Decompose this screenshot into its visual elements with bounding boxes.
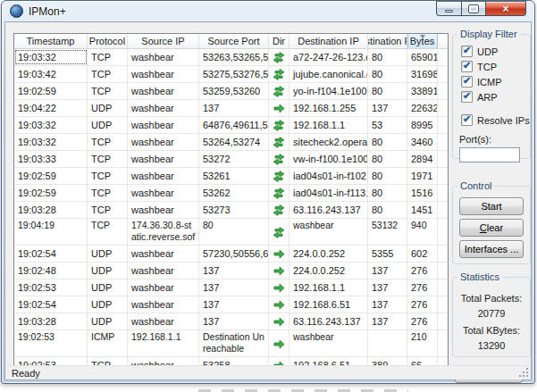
cell-dport[interactable]: 53 [368,117,407,133]
table-row[interactable]: 19:03:33TCPwashbear53272vw-in-f100.1e100… [14,151,448,168]
cell-ts[interactable]: 19:02:59 [14,185,88,201]
dir-outbound-icon[interactable] [269,263,289,279]
cell-dport[interactable]: 80 [368,185,407,201]
cell-src[interactable]: 174.36.30.8-static.reverse.softl... [128,219,199,245]
table-row[interactable]: 19:03:28UDPwashbear13763.116.243.1371372… [14,313,448,330]
column-header-dport[interactable]: Destination Port [368,34,407,48]
cell-dst[interactable]: 224.0.0.252 [289,246,368,262]
table-row[interactable]: 19:02:53UDPwashbear137192.168.1.1137276 [14,279,448,296]
cell-bytes[interactable]: 210 [407,330,438,356]
table-row[interactable]: 19:02:53ICMP192.168.1.1Destination Unrea… [14,330,448,357]
table-row[interactable]: 19:03:28TCPwashbear5327363.116.243.13780… [14,202,448,219]
cell-dst[interactable]: 192.168.1.255 [289,100,368,116]
cell-proto[interactable]: TCP [88,185,128,201]
dir-bidirectional-icon[interactable] [269,134,289,150]
cell-dport[interactable]: 5355 [368,246,407,262]
cell-proto[interactable]: TCP [88,219,128,245]
cell-bytes[interactable]: 940 [407,219,438,245]
cell-proto[interactable]: TCP [88,66,128,82]
column-header-src[interactable]: Source IP [128,34,199,48]
cell-bytes[interactable]: 8995 [407,117,438,133]
cell-src[interactable]: washbear [128,246,199,262]
cell-dst[interactable]: 192.168.1.1 [289,279,368,296]
cell-sport[interactable]: 137 [199,263,269,279]
cell-dst[interactable]: washbear [289,330,368,356]
table-row[interactable]: 19:03:32UDPwashbear64876,49611,59694...1… [14,117,448,134]
cell-sport[interactable]: 53264,53274 [199,134,269,150]
dir-outbound-icon[interactable] [269,279,289,296]
cell-src[interactable]: 192.168.1.1 [128,330,199,356]
column-header-bytes[interactable]: Bytes [407,34,438,48]
cell-dport[interactable]: 137 [368,313,407,329]
maximize-button[interactable] [462,1,486,16]
cell-proto[interactable]: TCP [88,49,128,65]
cell-proto[interactable]: UDP [88,100,128,116]
dir-bidirectional-icon[interactable] [269,83,289,99]
cell-bytes[interactable]: 602 [407,246,438,262]
clear-button[interactable]: Clear [459,219,524,237]
cell-src[interactable]: washbear [128,83,199,99]
cell-ts[interactable]: 19:03:28 [14,313,88,329]
cell-ts[interactable]: 19:03:42 [14,66,88,82]
packet-table[interactable]: TimestampProtocolSource IPSource PortDir… [13,33,449,375]
cell-dst[interactable]: sitecheck2.opera.com [289,134,368,150]
cell-sport[interactable]: 137 [199,296,269,313]
cell-dport[interactable]: 80 [368,202,407,218]
cell-sport[interactable]: 53273 [199,202,269,218]
cell-ts[interactable]: 19:02:54 [14,296,88,313]
cell-bytes[interactable]: 2894 [407,151,438,167]
cell-dport[interactable]: 137 [368,100,407,116]
cell-src[interactable]: washbear [128,151,199,167]
dir-bidirectional-icon[interactable] [269,151,289,167]
cell-dst[interactable]: a72-247-26-123.deploy.akam... [289,49,368,65]
dir-outbound-icon[interactable] [269,246,289,262]
dir-bidirectional-icon[interactable] [269,168,289,184]
cell-dport[interactable]: 80 [368,134,407,150]
cell-dst[interactable]: 192.168.1.1 [289,117,368,133]
cell-src[interactable]: washbear [128,49,199,65]
cell-bytes[interactable]: 276 [407,263,438,279]
cell-ts[interactable]: 19:02:53 [14,279,88,296]
cell-dport[interactable] [368,330,407,356]
cell-sport[interactable]: 53263,53265,53266... [199,49,269,65]
cell-dst[interactable]: 63.116.243.137 [289,202,368,218]
table-row[interactable]: 19:02:59TCPwashbear53261iad04s01-in-f102… [14,168,448,185]
dir-bidirectional-icon[interactable] [269,49,289,65]
cell-dport[interactable]: 137 [368,296,407,313]
cell-dst[interactable]: iad04s01-in-f113.1e100.net [289,185,368,201]
table-row[interactable]: 19:02:54UDPwashbear137192.168.6.51137276 [14,296,448,313]
cell-dst[interactable]: 192.168.6.51 [289,296,368,313]
cell-dport[interactable]: 53132 [368,219,407,245]
column-header-dst[interactable]: Destination IP [289,34,368,48]
checkbox-resolve-ips[interactable]: ✔ Resolve IPs [461,114,530,126]
cell-dport[interactable]: 80 [368,168,407,184]
column-header-sport[interactable]: Source Port [199,34,269,48]
checkbox-udp[interactable]: ✔ UDP [461,46,530,57]
cell-src[interactable]: washbear [128,202,199,218]
checkbox-tcp[interactable]: ✔ TCP [461,61,530,72]
cell-dport[interactable]: 137 [368,279,407,296]
cell-sport[interactable]: 137 [199,100,269,116]
cell-dport[interactable]: 80 [368,49,407,65]
cell-src[interactable]: washbear [128,66,199,82]
dir-outbound-icon[interactable] [269,100,289,116]
start-button[interactable]: Start [459,197,524,215]
column-header-dir[interactable]: Dir [269,34,289,48]
cell-ts[interactable]: 19:03:32 [14,134,88,150]
cell-sport[interactable]: 53272 [199,151,269,167]
dir-bidirectional-icon[interactable] [269,185,289,201]
cell-bytes[interactable]: 3460 [407,134,438,150]
cell-sport[interactable]: 53261 [199,168,269,184]
dir-bidirectional-icon[interactable] [269,117,289,133]
cell-ts[interactable]: 19:02:53 [14,330,88,356]
cell-dst[interactable]: iad04s01-in-f102.1e100.net [289,168,368,184]
table-row[interactable]: 19:03:42TCPwashbear53275,53276,53277...j… [14,66,448,83]
close-window-button[interactable]: × [486,1,526,16]
cell-sport[interactable]: Destination Unreachable [199,330,269,356]
cell-src[interactable]: washbear [128,168,199,184]
cell-dport[interactable]: 137 [368,263,407,279]
cell-proto[interactable]: UDP [88,246,128,262]
cell-proto[interactable]: UDP [88,313,128,329]
cell-proto[interactable]: TCP [88,134,128,150]
dir-bidirectional-icon[interactable] [269,202,289,218]
